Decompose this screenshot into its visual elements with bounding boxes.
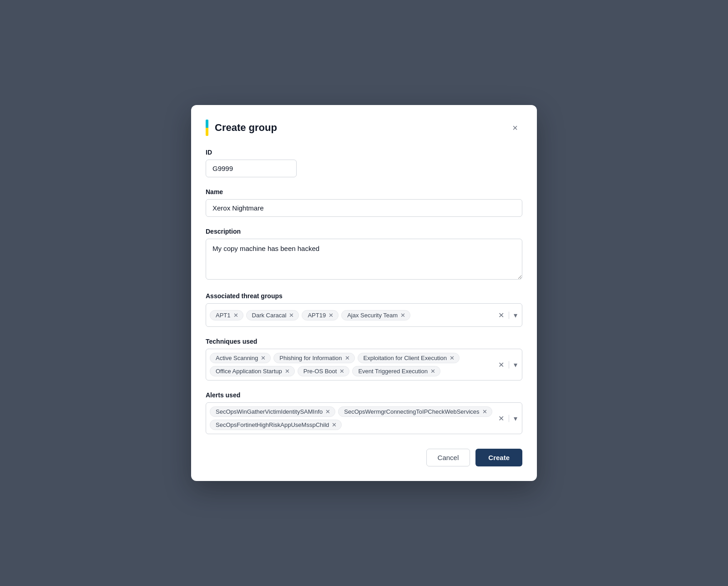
tag-pre-os-boot: Pre-OS Boot ✕	[298, 366, 350, 376]
alerts-controls: ✕ ▾	[497, 413, 518, 424]
logo-bar	[206, 120, 208, 136]
tag-phishing: Phishing for Information ✕	[273, 353, 354, 363]
tag-secops-fortinet-label: SecOpsFortinetHighRiskAppUseMsspChild	[216, 421, 329, 428]
tag-apt1-remove[interactable]: ✕	[233, 312, 238, 318]
tag-apt1: APT1 ✕	[210, 310, 243, 321]
name-input[interactable]	[206, 199, 522, 217]
techniques-controls: ✕ ▾	[497, 360, 518, 370]
description-textarea[interactable]: My copy machine has been hacked	[206, 239, 522, 280]
alerts-label: Alerts used	[206, 391, 522, 399]
dialog-footer: Cancel Create	[206, 449, 522, 466]
tag-secops-wermgr: SecOpsWermgrConnectingToIPCheckWebServic…	[338, 406, 492, 417]
divider	[509, 311, 509, 319]
tag-event-triggered-label: Event Triggered Execution	[358, 368, 427, 375]
tag-office-startup: Office Application Startup ✕	[210, 366, 295, 376]
tag-secops-gather-remove[interactable]: ✕	[325, 409, 330, 415]
name-field-group: Name	[206, 188, 522, 217]
tag-event-triggered-remove[interactable]: ✕	[430, 368, 435, 374]
tag-secops-gather: SecOpsWinGatherVictimIdentitySAMInfo ✕	[210, 406, 335, 417]
tag-active-scanning-remove[interactable]: ✕	[261, 355, 266, 361]
tag-office-startup-remove[interactable]: ✕	[285, 368, 290, 374]
name-label: Name	[206, 188, 522, 195]
tag-secops-wermgr-remove[interactable]: ✕	[482, 409, 487, 415]
tag-dark-caracal: Dark Caracal ✕	[246, 310, 299, 321]
tag-active-scanning: Active Scanning ✕	[210, 353, 271, 363]
id-input[interactable]	[206, 160, 297, 177]
tag-exploitation: Exploitation for Client Execution ✕	[358, 353, 460, 363]
alerts-clear[interactable]: ✕	[497, 413, 505, 424]
techniques-dropdown[interactable]: ▾	[513, 360, 518, 370]
tag-ajax-security-label: Ajax Security Team	[347, 312, 398, 319]
threat-groups-label: Associated threat groups	[206, 292, 522, 300]
tag-apt19-label: APT19	[308, 312, 326, 319]
tag-pre-os-boot-label: Pre-OS Boot	[303, 368, 337, 375]
create-button[interactable]: Create	[475, 449, 522, 466]
threat-groups-dropdown[interactable]: ▾	[513, 310, 518, 321]
tag-event-triggered: Event Triggered Execution ✕	[352, 366, 440, 376]
divider3	[509, 415, 509, 422]
techniques-select[interactable]: Active Scanning ✕ Phishing for Informati…	[206, 349, 522, 381]
tag-secops-wermgr-label: SecOpsWermgrConnectingToIPCheckWebServic…	[344, 408, 479, 415]
threat-groups-clear[interactable]: ✕	[497, 310, 505, 321]
threat-groups-select[interactable]: APT1 ✕ Dark Caracal ✕ APT19 ✕ Ajax Secur…	[206, 303, 522, 327]
id-label: ID	[206, 149, 522, 156]
tag-dark-caracal-remove[interactable]: ✕	[289, 312, 294, 318]
tag-dark-caracal-label: Dark Caracal	[252, 312, 287, 319]
alerts-select[interactable]: SecOpsWinGatherVictimIdentitySAMInfo ✕ S…	[206, 402, 522, 434]
alerts-field-group: Alerts used SecOpsWinGatherVictimIdentit…	[206, 391, 522, 434]
tag-phishing-remove[interactable]: ✕	[345, 355, 350, 361]
logo-bottom	[206, 128, 208, 136]
tag-ajax-security: Ajax Security Team ✕	[341, 310, 410, 321]
close-button[interactable]: ×	[508, 120, 522, 135]
techniques-label: Techniques used	[206, 338, 522, 345]
tag-pre-os-boot-remove[interactable]: ✕	[339, 368, 344, 374]
dialog-header: Create group ×	[206, 120, 522, 136]
tag-apt19: APT19 ✕	[302, 310, 339, 321]
threat-groups-controls: ✕ ▾	[497, 310, 518, 321]
tag-ajax-security-remove[interactable]: ✕	[400, 312, 405, 318]
modal-overlay: Create group × ID Name Description My co…	[0, 0, 728, 586]
tag-secops-gather-label: SecOpsWinGatherVictimIdentitySAMInfo	[216, 408, 323, 415]
techniques-clear[interactable]: ✕	[497, 360, 505, 370]
techniques-field-group: Techniques used Active Scanning ✕ Phishi…	[206, 338, 522, 381]
divider2	[509, 361, 509, 368]
tag-exploitation-label: Exploitation for Client Execution	[364, 355, 447, 361]
threat-groups-field-group: Associated threat groups APT1 ✕ Dark Car…	[206, 292, 522, 327]
tag-exploitation-remove[interactable]: ✕	[450, 355, 455, 361]
alerts-dropdown[interactable]: ▾	[513, 413, 518, 424]
tag-apt19-remove[interactable]: ✕	[329, 312, 334, 318]
id-field-group: ID	[206, 149, 522, 177]
create-group-dialog: Create group × ID Name Description My co…	[191, 105, 537, 481]
tag-apt1-label: APT1	[216, 312, 231, 319]
cancel-button[interactable]: Cancel	[426, 449, 470, 466]
tag-secops-fortinet-remove[interactable]: ✕	[332, 422, 337, 428]
tag-active-scanning-label: Active Scanning	[216, 355, 258, 361]
logo-top	[206, 120, 208, 128]
description-field-group: Description My copy machine has been hac…	[206, 228, 522, 281]
dialog-title: Create group	[215, 122, 508, 134]
tag-secops-fortinet: SecOpsFortinetHighRiskAppUseMsspChild ✕	[210, 420, 342, 430]
tag-office-startup-label: Office Application Startup	[216, 368, 282, 375]
tag-phishing-label: Phishing for Information	[279, 355, 342, 361]
description-label: Description	[206, 228, 522, 235]
